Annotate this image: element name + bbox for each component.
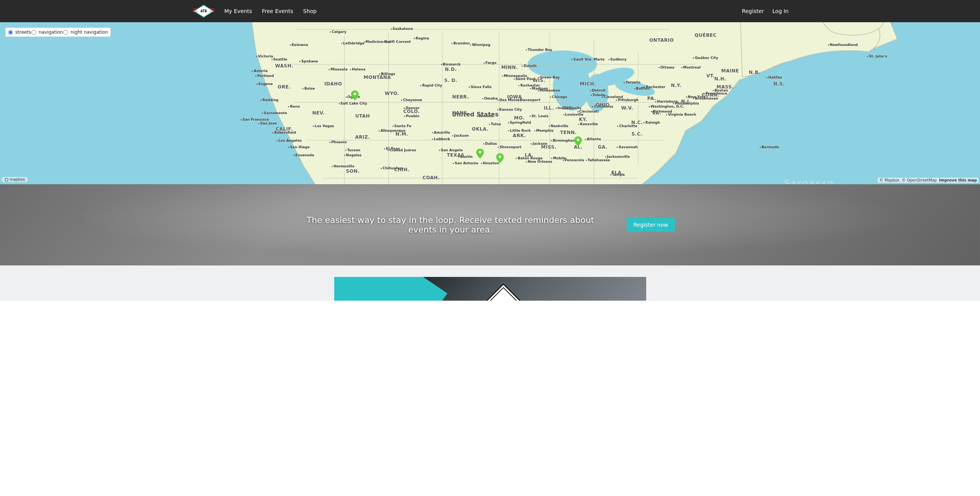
city-label: Victoria bbox=[256, 54, 273, 58]
region-label: ORE. bbox=[278, 84, 291, 90]
layer-radio-night[interactable] bbox=[63, 30, 68, 35]
layer-option-streets[interactable]: streets bbox=[8, 29, 31, 35]
city-label: St. Louis bbox=[529, 114, 548, 118]
region-label: N.S. bbox=[773, 81, 785, 87]
svg-point-17 bbox=[577, 139, 579, 141]
region-label: N.Y. bbox=[671, 83, 681, 88]
city-label: Sudbury bbox=[608, 57, 627, 61]
svg-point-15 bbox=[479, 151, 481, 153]
city-label: Rapid City bbox=[420, 83, 442, 87]
nav-free-events[interactable]: Free Events bbox=[262, 8, 293, 14]
attrib-improve[interactable]: Improve this map bbox=[939, 178, 977, 182]
region-label: N.H. bbox=[714, 76, 726, 82]
map-layer-switcher: streets navigation night navigation bbox=[5, 28, 111, 37]
site-logo[interactable]: ATB bbox=[191, 4, 216, 18]
city-label: Dallas bbox=[483, 142, 497, 146]
city-label: Knoxville bbox=[578, 122, 598, 126]
city-label: Ensenada bbox=[294, 153, 314, 157]
region-label: ARK. bbox=[513, 133, 526, 138]
mapbox-logo[interactable]: mapbox bbox=[2, 177, 28, 182]
city-label: San Diego bbox=[288, 145, 310, 149]
event-map[interactable]: streets navigation night navigation bbox=[0, 22, 980, 184]
city-label: Halifax bbox=[766, 75, 782, 79]
region-label: MICH. bbox=[580, 81, 596, 87]
city-label: Kelowna bbox=[290, 43, 308, 47]
city-label: Regina bbox=[414, 36, 429, 40]
city-label: Detroit bbox=[590, 88, 606, 92]
region-label: WASH. bbox=[275, 63, 294, 69]
city-label: Brandon bbox=[451, 41, 470, 45]
nav-login[interactable]: Log In bbox=[773, 8, 789, 14]
register-now-button[interactable]: Register now bbox=[627, 218, 675, 232]
atb-diamond-logo: ATB bbox=[485, 283, 523, 301]
city-label: Indianapolis bbox=[555, 106, 581, 110]
map-pin[interactable] bbox=[574, 136, 582, 148]
map-pin[interactable] bbox=[496, 153, 504, 165]
layer-radio-streets[interactable] bbox=[8, 30, 13, 35]
auth-nav: Register Log In bbox=[742, 8, 789, 14]
city-label: Newfoundland bbox=[828, 43, 858, 47]
nav-my-events[interactable]: My Events bbox=[224, 8, 252, 14]
nav-register[interactable]: Register bbox=[742, 8, 764, 14]
layer-option-night[interactable]: night navigation bbox=[63, 29, 108, 35]
attrib-mapbox[interactable]: © Mapbox bbox=[879, 178, 899, 182]
nav-shop[interactable]: Shop bbox=[303, 8, 317, 14]
city-label: Memphis bbox=[534, 129, 554, 133]
layer-radio-nav[interactable] bbox=[31, 30, 36, 35]
svg-point-14 bbox=[354, 93, 356, 95]
city-label: Denver bbox=[403, 106, 419, 110]
city-label: Billings bbox=[379, 72, 395, 76]
city-label: Wichita bbox=[477, 114, 493, 118]
city-label: Pittsburgh bbox=[616, 98, 639, 102]
attrib-osm[interactable]: © OpenStreetMap bbox=[902, 178, 937, 182]
city-label: Québec City bbox=[693, 56, 718, 60]
city-label: Milwaukee bbox=[537, 88, 560, 92]
region-label: IDAHO bbox=[324, 81, 342, 87]
city-label: Montreal bbox=[681, 65, 701, 69]
city-label: Providence bbox=[704, 92, 727, 95]
city-label: Eugene bbox=[256, 82, 273, 86]
city-label: Green Bay bbox=[538, 75, 560, 79]
feature-section: ATB bbox=[0, 265, 980, 301]
city-label: Charlotte bbox=[617, 124, 637, 128]
city-label: Bismarck bbox=[441, 62, 461, 66]
region-label: S.C. bbox=[632, 131, 643, 137]
region-label: QUÉBEC bbox=[695, 33, 717, 38]
city-label: Albuquerque bbox=[379, 129, 405, 133]
city-label: San Francisco bbox=[240, 118, 269, 121]
city-label: Atlanta bbox=[585, 137, 601, 141]
region-label: W.V. bbox=[621, 105, 633, 111]
region-label: TENN. bbox=[560, 130, 577, 135]
city-label: Rochester bbox=[518, 83, 540, 87]
city-label: Lubbock bbox=[432, 137, 450, 141]
city-label: San Angelo bbox=[439, 148, 462, 152]
city-label: Calgary bbox=[330, 30, 346, 34]
city-label: Cheyenne bbox=[401, 98, 422, 102]
region-label: KANS. bbox=[452, 110, 469, 116]
map-pin[interactable] bbox=[476, 149, 484, 160]
city-label: Raleigh bbox=[644, 121, 660, 124]
city-label: Baton Rouge bbox=[516, 156, 542, 160]
city-label: Tulsa bbox=[489, 122, 501, 126]
map-pin[interactable] bbox=[351, 90, 359, 102]
top-nav: ATB My Events Free Events Shop Register … bbox=[0, 0, 980, 22]
city-label: Brookhaven bbox=[693, 97, 718, 100]
city-label: Winnipeg bbox=[470, 43, 490, 47]
city-label: Pensacola bbox=[562, 158, 584, 162]
city-label: Missoula bbox=[328, 67, 348, 71]
city-label: San Antonio bbox=[453, 161, 479, 165]
region-label: N.D. bbox=[445, 67, 457, 72]
region-label: NEBR. bbox=[452, 94, 469, 100]
region-label: ONTARIO bbox=[649, 38, 674, 43]
city-label: Reno bbox=[288, 105, 300, 108]
city-label: Omaha bbox=[482, 97, 498, 100]
city-label: Bakersfield bbox=[272, 131, 296, 134]
water-label: Sargasso bbox=[783, 178, 834, 184]
layer-option-navigation[interactable]: navigation bbox=[31, 29, 63, 35]
city-label: Duluth bbox=[522, 64, 537, 68]
city-label: Los Angeles bbox=[276, 139, 302, 142]
city-label: Thunder Bay bbox=[526, 48, 552, 52]
city-label: Ottawa bbox=[658, 65, 675, 69]
feature-panel: ATB bbox=[334, 277, 646, 301]
city-label: Hermosillo bbox=[332, 164, 354, 168]
